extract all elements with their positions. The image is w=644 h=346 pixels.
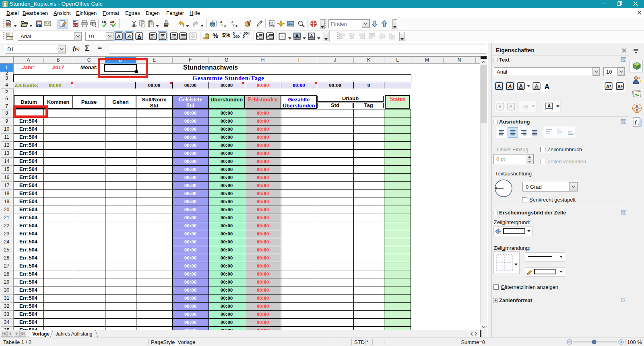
svg-text:A: A [617, 84, 621, 89]
svg-text:A: A [548, 103, 551, 108]
svg-text:A: A [235, 25, 237, 27]
svg-text:A: A [497, 83, 501, 89]
svg-text:A: A [508, 83, 512, 89]
svg-text:x: x [502, 104, 504, 107]
svg-text:PDF: PDF [73, 24, 78, 27]
svg-text:AB: AB [110, 21, 115, 24]
svg-text:A: A [127, 33, 131, 39]
svg-text:A: A [509, 104, 512, 109]
svg-text:A: A [220, 21, 222, 23]
svg-text:N: N [636, 104, 638, 107]
svg-text:A: A [535, 83, 539, 89]
svg-text:x: x [513, 107, 514, 110]
svg-text:A: A [117, 33, 121, 39]
svg-text:A: A [498, 105, 501, 109]
svg-text:AB: AB [101, 21, 106, 24]
svg-text:A: A [519, 83, 523, 89]
svg-text:A: A [295, 33, 299, 38]
svg-text:A: A [310, 33, 313, 38]
svg-text:A: A [545, 83, 549, 91]
svg-text:A: A [138, 33, 141, 39]
svg-text:AV: AV [523, 105, 528, 109]
svg-text:A: A [606, 84, 609, 89]
svg-text:Z: Z [224, 25, 226, 27]
svg-text:Z: Z [231, 21, 233, 23]
